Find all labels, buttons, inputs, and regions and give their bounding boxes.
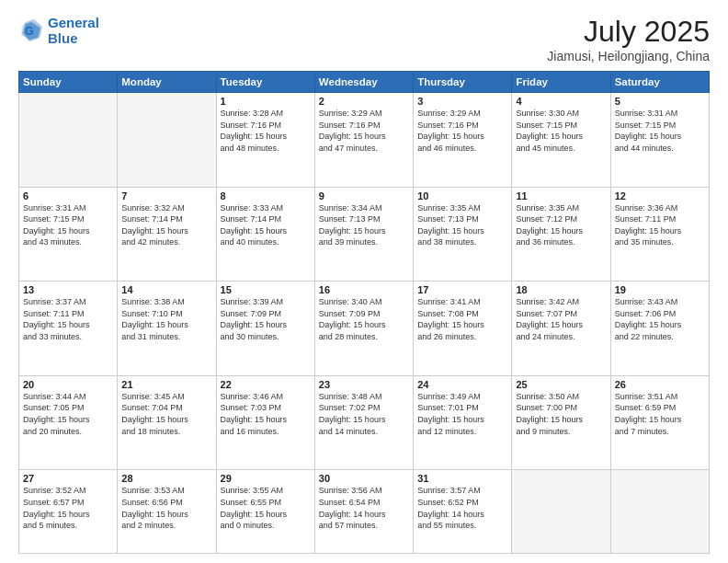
- day-info: Sunrise: 3:39 AM Sunset: 7:09 PM Dayligh…: [221, 296, 311, 342]
- day-number: 22: [221, 379, 311, 390]
- day-info: Sunrise: 3:51 AM Sunset: 6:59 PM Dayligh…: [615, 391, 705, 437]
- table-row: 20Sunrise: 3:44 AM Sunset: 7:05 PM Dayli…: [19, 375, 118, 470]
- table-row: 22Sunrise: 3:46 AM Sunset: 7:03 PM Dayli…: [216, 375, 314, 470]
- table-row: 15Sunrise: 3:39 AM Sunset: 7:09 PM Dayli…: [216, 282, 314, 376]
- page: G General Blue July 2025 Jiamusi, Heilon…: [0, 0, 728, 563]
- main-title: July 2025: [547, 15, 710, 49]
- col-thursday: Thursday: [414, 72, 512, 93]
- day-number: 17: [417, 284, 507, 295]
- table-row: 2Sunrise: 3:29 AM Sunset: 7:16 PM Daylig…: [314, 93, 413, 188]
- day-number: 24: [417, 379, 507, 390]
- day-info: Sunrise: 3:30 AM Sunset: 7:15 PM Dayligh…: [516, 108, 606, 154]
- table-row: 6Sunrise: 3:31 AM Sunset: 7:15 PM Daylig…: [19, 187, 118, 282]
- day-number: 27: [23, 473, 113, 484]
- day-info: Sunrise: 3:37 AM Sunset: 7:11 PM Dayligh…: [23, 296, 113, 342]
- day-info: Sunrise: 3:55 AM Sunset: 6:55 PM Dayligh…: [221, 485, 311, 531]
- day-number: 26: [615, 379, 705, 390]
- title-block: July 2025 Jiamusi, Heilongjiang, China: [547, 15, 710, 63]
- logo: G General Blue: [18, 15, 99, 46]
- table-row: 18Sunrise: 3:42 AM Sunset: 7:07 PM Dayli…: [512, 282, 610, 376]
- table-row: 7Sunrise: 3:32 AM Sunset: 7:14 PM Daylig…: [118, 187, 216, 282]
- day-info: Sunrise: 3:50 AM Sunset: 7:00 PM Dayligh…: [516, 391, 606, 437]
- table-row: 12Sunrise: 3:36 AM Sunset: 7:11 PM Dayli…: [610, 187, 709, 282]
- day-info: Sunrise: 3:41 AM Sunset: 7:08 PM Dayligh…: [417, 296, 507, 342]
- day-number: 18: [516, 284, 606, 295]
- calendar-week-row: 20Sunrise: 3:44 AM Sunset: 7:05 PM Dayli…: [19, 375, 710, 470]
- day-info: Sunrise: 3:48 AM Sunset: 7:02 PM Dayligh…: [319, 391, 409, 437]
- table-row: 5Sunrise: 3:31 AM Sunset: 7:15 PM Daylig…: [610, 93, 709, 188]
- day-number: 16: [319, 284, 409, 295]
- day-info: Sunrise: 3:49 AM Sunset: 7:01 PM Dayligh…: [417, 391, 507, 437]
- col-monday: Monday: [118, 72, 216, 93]
- day-info: Sunrise: 3:38 AM Sunset: 7:10 PM Dayligh…: [121, 296, 211, 342]
- day-info: Sunrise: 3:42 AM Sunset: 7:07 PM Dayligh…: [516, 296, 606, 342]
- day-number: 15: [221, 284, 311, 295]
- table-row: 14Sunrise: 3:38 AM Sunset: 7:10 PM Dayli…: [118, 282, 216, 376]
- day-info: Sunrise: 3:57 AM Sunset: 6:52 PM Dayligh…: [417, 485, 507, 531]
- col-friday: Friday: [512, 72, 610, 93]
- table-row: 16Sunrise: 3:40 AM Sunset: 7:09 PM Dayli…: [314, 282, 413, 376]
- table-row: 29Sunrise: 3:55 AM Sunset: 6:55 PM Dayli…: [216, 470, 314, 554]
- calendar-week-row: 1Sunrise: 3:28 AM Sunset: 7:16 PM Daylig…: [19, 93, 710, 188]
- logo-icon: G: [18, 17, 44, 43]
- day-number: 2: [319, 96, 409, 107]
- day-info: Sunrise: 3:52 AM Sunset: 6:57 PM Dayligh…: [23, 485, 113, 531]
- table-row: 9Sunrise: 3:34 AM Sunset: 7:13 PM Daylig…: [314, 187, 413, 282]
- day-number: 12: [615, 190, 705, 201]
- calendar-week-row: 13Sunrise: 3:37 AM Sunset: 7:11 PM Dayli…: [19, 282, 710, 376]
- day-number: 7: [121, 190, 211, 201]
- day-number: 19: [615, 284, 705, 295]
- day-number: 30: [319, 473, 409, 484]
- day-number: 8: [221, 190, 311, 201]
- day-number: 9: [319, 190, 409, 201]
- day-info: Sunrise: 3:40 AM Sunset: 7:09 PM Dayligh…: [319, 296, 409, 342]
- day-number: 14: [121, 284, 211, 295]
- day-info: Sunrise: 3:56 AM Sunset: 6:54 PM Dayligh…: [319, 485, 409, 531]
- col-saturday: Saturday: [610, 72, 709, 93]
- day-number: 28: [121, 473, 211, 484]
- table-row: 27Sunrise: 3:52 AM Sunset: 6:57 PM Dayli…: [19, 470, 118, 554]
- day-number: 4: [516, 96, 606, 107]
- day-info: Sunrise: 3:28 AM Sunset: 7:16 PM Dayligh…: [221, 108, 311, 154]
- day-number: 3: [417, 96, 507, 107]
- day-number: 5: [615, 96, 705, 107]
- table-row: 11Sunrise: 3:35 AM Sunset: 7:12 PM Dayli…: [512, 187, 610, 282]
- day-info: Sunrise: 3:31 AM Sunset: 7:15 PM Dayligh…: [615, 108, 705, 154]
- day-number: 23: [319, 379, 409, 390]
- day-number: 29: [221, 473, 311, 484]
- day-info: Sunrise: 3:29 AM Sunset: 7:16 PM Dayligh…: [319, 108, 409, 154]
- day-number: 1: [221, 96, 311, 107]
- col-sunday: Sunday: [19, 72, 118, 93]
- table-row: 24Sunrise: 3:49 AM Sunset: 7:01 PM Dayli…: [414, 375, 512, 470]
- table-row: 31Sunrise: 3:57 AM Sunset: 6:52 PM Dayli…: [414, 470, 512, 554]
- day-info: Sunrise: 3:46 AM Sunset: 7:03 PM Dayligh…: [221, 391, 311, 437]
- table-row: 13Sunrise: 3:37 AM Sunset: 7:11 PM Dayli…: [19, 282, 118, 376]
- table-row: 23Sunrise: 3:48 AM Sunset: 7:02 PM Dayli…: [314, 375, 413, 470]
- table-row: 21Sunrise: 3:45 AM Sunset: 7:04 PM Dayli…: [118, 375, 216, 470]
- day-info: Sunrise: 3:33 AM Sunset: 7:14 PM Dayligh…: [221, 202, 311, 248]
- table-row: [512, 470, 610, 554]
- table-row: 17Sunrise: 3:41 AM Sunset: 7:08 PM Dayli…: [414, 282, 512, 376]
- day-number: 13: [23, 284, 113, 295]
- col-tuesday: Tuesday: [216, 72, 314, 93]
- calendar-header-row: Sunday Monday Tuesday Wednesday Thursday…: [19, 72, 710, 93]
- table-row: 10Sunrise: 3:35 AM Sunset: 7:13 PM Dayli…: [414, 187, 512, 282]
- table-row: 3Sunrise: 3:29 AM Sunset: 7:16 PM Daylig…: [414, 93, 512, 188]
- col-wednesday: Wednesday: [314, 72, 413, 93]
- day-info: Sunrise: 3:34 AM Sunset: 7:13 PM Dayligh…: [319, 202, 409, 248]
- table-row: 4Sunrise: 3:30 AM Sunset: 7:15 PM Daylig…: [512, 93, 610, 188]
- day-info: Sunrise: 3:45 AM Sunset: 7:04 PM Dayligh…: [121, 391, 211, 437]
- day-number: 11: [516, 190, 606, 201]
- day-number: 25: [516, 379, 606, 390]
- svg-text:G: G: [25, 25, 34, 38]
- subtitle: Jiamusi, Heilongjiang, China: [547, 49, 710, 63]
- logo-text: General Blue: [48, 15, 99, 46]
- table-row: 19Sunrise: 3:43 AM Sunset: 7:06 PM Dayli…: [610, 282, 709, 376]
- table-row: 8Sunrise: 3:33 AM Sunset: 7:14 PM Daylig…: [216, 187, 314, 282]
- table-row: [118, 93, 216, 188]
- table-row: 26Sunrise: 3:51 AM Sunset: 6:59 PM Dayli…: [610, 375, 709, 470]
- day-number: 10: [417, 190, 507, 201]
- calendar-week-row: 27Sunrise: 3:52 AM Sunset: 6:57 PM Dayli…: [19, 470, 710, 554]
- day-info: Sunrise: 3:53 AM Sunset: 6:56 PM Dayligh…: [121, 485, 211, 531]
- table-row: 25Sunrise: 3:50 AM Sunset: 7:00 PM Dayli…: [512, 375, 610, 470]
